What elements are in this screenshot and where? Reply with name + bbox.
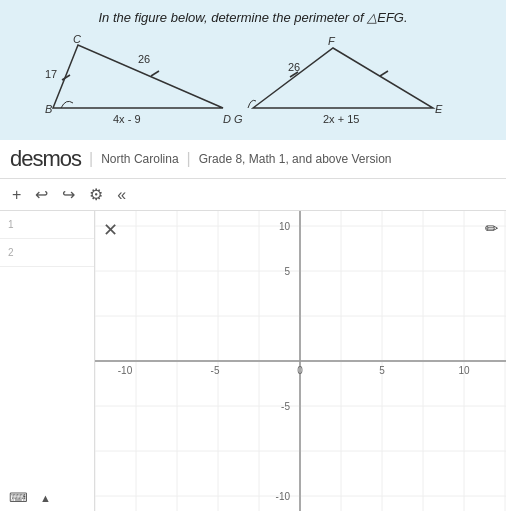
sidebar: 1 2 ⌨ ▲ (0, 211, 95, 511)
label-26-right: 26 (288, 61, 300, 73)
sidebar-row-2: 2 (0, 239, 94, 267)
separator-1: | (89, 150, 93, 168)
keyboard-button[interactable]: ⌨ (5, 488, 32, 507)
label-4x9: 4x - 9 (113, 113, 141, 125)
row-1-number: 1 (8, 219, 14, 230)
figure-container: C B 17 26 4x - 9 D G F 26 2x + 15 E (23, 33, 483, 128)
row-2-number: 2 (8, 247, 14, 258)
desmos-bar: desmos | North Carolina | Grade 8, Math … (0, 140, 506, 179)
pencil-icon[interactable]: ✏ (485, 219, 498, 238)
label-c: C (73, 33, 81, 45)
label-2x15: 2x + 15 (323, 113, 359, 125)
svg-text:5: 5 (284, 266, 290, 277)
undo-button[interactable]: ↩ (31, 183, 52, 206)
close-icon[interactable]: ✕ (103, 219, 118, 241)
svg-text:-10: -10 (118, 365, 133, 376)
graph-svg: -5 0 5 10 -10 10 5 -5 -10 (95, 211, 506, 511)
problem-text: In the figure below, determine the perim… (15, 10, 491, 25)
svg-text:10: 10 (279, 221, 291, 232)
grade-label: Grade 8, Math 1, and above Version (199, 152, 392, 166)
label-17: 17 (45, 68, 57, 80)
settings-button[interactable]: ⚙ (85, 183, 107, 206)
expand-button[interactable]: ▲ (36, 490, 55, 506)
svg-text:-5: -5 (281, 401, 290, 412)
svg-line-5 (380, 71, 388, 76)
label-26-left: 26 (138, 53, 150, 65)
figure-svg: C B 17 26 4x - 9 D G F 26 2x + 15 E (23, 33, 483, 128)
toolbar: + ↩ ↪ ⚙ « (0, 179, 506, 211)
sidebar-bottom: ⌨ ▲ (5, 488, 55, 507)
svg-text:0: 0 (297, 365, 303, 376)
label-b: B (45, 103, 52, 115)
add-button[interactable]: + (8, 184, 25, 206)
label-f: F (328, 35, 336, 47)
label-e: E (435, 103, 443, 115)
svg-text:10: 10 (458, 365, 470, 376)
region-label: North Carolina (101, 152, 178, 166)
svg-text:-5: -5 (211, 365, 220, 376)
redo-button[interactable]: ↪ (58, 183, 79, 206)
label-dg: D G (223, 113, 243, 125)
main-area: 1 2 ⌨ ▲ ✕ ✏ (0, 211, 506, 511)
svg-marker-1 (253, 48, 433, 108)
sidebar-row-1: 1 (0, 211, 94, 239)
svg-text:5: 5 (379, 365, 385, 376)
separator-2: | (187, 150, 191, 168)
svg-text:-10: -10 (276, 491, 291, 502)
graph-area: ✕ ✏ (95, 211, 506, 511)
problem-section: In the figure below, determine the perim… (0, 0, 506, 140)
desmos-logo: desmos (10, 146, 81, 172)
svg-line-3 (151, 71, 159, 76)
collapse-button[interactable]: « (113, 184, 130, 206)
